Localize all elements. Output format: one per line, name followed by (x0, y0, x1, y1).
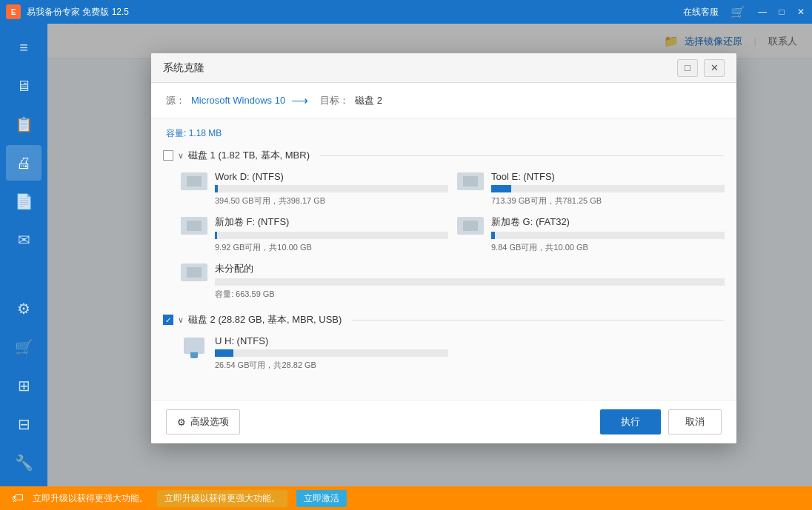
sidebar-item-grid[interactable]: ⊟ (6, 406, 41, 442)
app-title: 易我备份专家 免费版 12.5 (27, 6, 683, 19)
close-button[interactable]: ✕ (796, 7, 806, 17)
disk-icon-vol-g (457, 215, 484, 236)
dialog-close-button[interactable]: ✕ (704, 59, 725, 77)
partition-vol-f: 新加卷 F: (NTFS) 9.92 GB可用，共10.00 GB (181, 215, 448, 253)
partition-size-u-h: 26.54 GB可用，共28.82 GB (215, 360, 448, 371)
partition-size-vol-f: 9.92 GB可用，共10.00 GB (215, 242, 448, 253)
disk-icon-vol-f (181, 215, 207, 236)
usb-icon-u-h (181, 335, 207, 356)
partition-u-h: U H: (NTFS) 26.54 GB可用，共28.82 GB (181, 335, 448, 371)
app-body: ≡ 🖥 📋 🖨 📄 ✉ ⚙ 🛒 (0, 24, 812, 486)
sidebar-item-tools[interactable]: ⊞ (6, 368, 41, 403)
progress-bar-work-d (215, 185, 448, 192)
partition-info-vol-f: 新加卷 F: (NTFS) 9.92 GB可用，共10.00 GB (215, 215, 448, 253)
usb-body-shape (184, 338, 204, 354)
sidebar-item-clone[interactable]: 🖨 (6, 145, 41, 181)
arrow-icon: ⟶ (291, 93, 308, 107)
partition-size-vol-g: 9.84 GB可用，共10.00 GB (491, 242, 725, 253)
target-label: 目标： (320, 94, 349, 107)
dialog-body[interactable]: 容量: 1.18 MB ∨ 磁盘 1 (1.82 TB, 基本, MBR) (151, 118, 736, 400)
partition-size-unallocated: 容量: 663.59 GB (215, 289, 725, 300)
cancel-button[interactable]: 取消 (668, 409, 722, 434)
partition-unallocated: 未分配的 容量: 663.59 GB (181, 262, 725, 300)
online-service-link[interactable]: 在线客服 (683, 6, 719, 19)
sidebar-item-cart[interactable]: 🛒 (6, 329, 41, 365)
disk2-header: ✓ ∨ 磁盘 2 (28.82 GB, 基本, MBR, USB) (163, 312, 725, 328)
partition-info-work-d: Work D: (NTFS) 394.50 GB可用，共398.17 GB (215, 171, 448, 207)
dialog-maximize-button[interactable]: □ (677, 59, 698, 77)
hdd-shape-e (457, 172, 484, 190)
partition-info-tool-e: Tool E: (NTFS) 713.39 GB可用，共781.25 GB (491, 171, 725, 207)
sidebar-item-file[interactable]: 📄 (6, 184, 41, 219)
disk1-checkbox[interactable] (163, 150, 173, 161)
disk1-partition-grid: Work D: (NTFS) 394.50 GB可用，共398.17 GB (163, 171, 725, 300)
sidebar-item-wrench[interactable]: 🔧 (6, 445, 41, 480)
bottom-bar: 🏷 立即升级以获得更强大功能。 立即升级以获得更强大功能。 立即激活 (0, 486, 812, 510)
dialog-window-controls: □ ✕ (677, 59, 725, 77)
minimize-button[interactable]: — (757, 7, 768, 17)
clone-icon: 🖨 (16, 155, 31, 172)
partition-size-work-d: 394.50 GB可用，共398.17 GB (215, 195, 448, 207)
disk1-name: 磁盘 1 (1.82 TB, 基本, MBR) (188, 149, 310, 162)
upgrade-link[interactable]: 立即升级以获得更强大功能。 (157, 490, 287, 507)
sidebar-item-backup[interactable]: 🖥 (6, 68, 41, 104)
partition-info-vol-g: 新加卷 G: (FAT32) 9.84 GB可用，共10.00 GB (491, 215, 725, 253)
partition-info-u-h: U H: (NTFS) 26.54 GB可用，共28.82 GB (215, 335, 448, 371)
progress-bar-vol-f (215, 232, 448, 239)
source-label: 源： (166, 94, 185, 107)
capacity-line: 容量: 1.18 MB (163, 127, 725, 140)
disk2-expand-icon[interactable]: ∨ (178, 315, 184, 325)
gear-icon: ⚙ (177, 417, 186, 428)
partition-name-vol-g: 新加卷 G: (FAT32) (491, 215, 725, 229)
advanced-options-label: 高级选项 (190, 415, 229, 429)
sidebar-item-email[interactable]: ✉ (6, 222, 41, 258)
disk-icon-unallocated (181, 262, 207, 283)
usb-plug-shape (190, 352, 198, 358)
disk2-group: ✓ ∨ 磁盘 2 (28.82 GB, 基本, MBR, USB) (163, 312, 725, 371)
partition-vol-g: 新加卷 G: (FAT32) 9.84 GB可用，共10.00 GB (457, 215, 725, 253)
progress-bar-tool-e (491, 185, 725, 192)
sidebar-item-settings[interactable]: ⚙ (6, 291, 41, 326)
progress-bar-u-h (215, 349, 448, 357)
email-icon: ✉ (18, 231, 30, 249)
disk2-line (352, 320, 725, 321)
maximize-button[interactable]: □ (776, 7, 787, 17)
title-bar-controls: 在线客服 🛒 (683, 5, 745, 19)
disk-icon-work-d (181, 171, 207, 192)
target-value: 磁盘 2 (355, 94, 382, 107)
execute-button[interactable]: 执行 (600, 409, 661, 434)
progress-bar-vol-g (491, 232, 725, 239)
hdd-shape (181, 172, 207, 190)
wrench-icon: 🔧 (15, 454, 33, 472)
main-content: 📁 选择镜像还原 | 联系人 系统克隆 □ ✕ (47, 24, 812, 486)
progress-bar-unallocated (215, 278, 725, 286)
partition-name-unallocated: 未分配的 (215, 262, 725, 275)
buy-now-button[interactable]: 立即激活 (296, 490, 347, 507)
cart-icon[interactable]: 🛒 (731, 5, 745, 19)
disk2-checkbox[interactable]: ✓ (163, 315, 173, 325)
hdd-shape-unallocated (181, 264, 207, 281)
file-icon: 📄 (15, 192, 33, 210)
progress-fill-u-h (215, 349, 233, 357)
partition-name-vol-f: 新加卷 F: (NTFS) (215, 215, 448, 229)
advanced-options-button[interactable]: ⚙ 高级选项 (166, 409, 240, 434)
hdd-shape-f (181, 217, 207, 235)
disk2-name: 磁盘 2 (28.82 GB, 基本, MBR, USB) (188, 313, 342, 326)
hdd-shape-g (457, 217, 484, 235)
bottom-icon: 🏷 (12, 491, 24, 505)
dialog-titlebar: 系统克隆 □ ✕ (151, 53, 736, 83)
app-window: E 易我备份专家 免费版 12.5 在线客服 🛒 — □ ✕ ≡ 🖥 📋 (0, 0, 812, 510)
backup-icon: 🖥 (16, 78, 31, 95)
partition-work-d: Work D: (NTFS) 394.50 GB可用，共398.17 GB (181, 171, 448, 207)
partition-name-u-h: U H: (NTFS) (215, 335, 448, 346)
partition-size-tool-e: 713.39 GB可用，共781.25 GB (491, 195, 725, 207)
system-clone-dialog: 系统克隆 □ ✕ 源： Microsoft Windows 10 ⟶ 目标： 磁… (151, 53, 736, 443)
source-value: Microsoft Windows 10 (191, 95, 285, 106)
sidebar: ≡ 🖥 📋 🖨 📄 ✉ ⚙ 🛒 (0, 24, 47, 486)
progress-fill-vol-f (215, 232, 217, 239)
partition-name-work-d: Work D: (NTFS) (215, 171, 448, 182)
sidebar-item-restore[interactable]: 📋 (6, 107, 41, 142)
disk1-expand-icon[interactable]: ∨ (178, 151, 184, 161)
sidebar-item-menu[interactable]: ≡ (6, 30, 41, 65)
settings-icon: ⚙ (17, 300, 30, 318)
